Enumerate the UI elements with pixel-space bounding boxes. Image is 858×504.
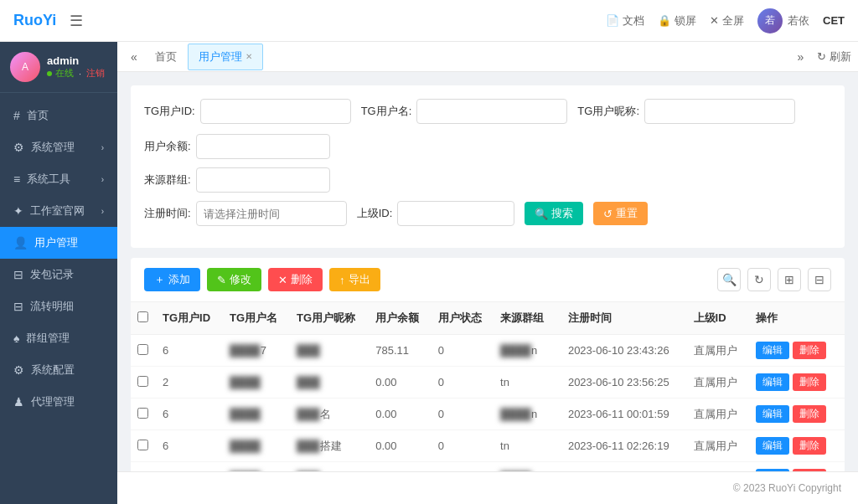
cell-reg-time: 2023-06-10 23:43:26 — [561, 335, 687, 367]
sidebar-item-config[interactable]: ⚙ 系统配置 — [0, 354, 117, 386]
cell-tg-name: ████ — [223, 399, 290, 430]
cell-id: 6 — [156, 462, 223, 472]
search-form: TG用户ID: TG用户名: TG用户昵称: 用户余额: — [131, 85, 845, 248]
main-layout: A admin 在线 · 注销 # 首页 ⚙ 系统管理 › — [0, 42, 858, 504]
sidebar-item-label: 发包记录 — [30, 267, 74, 282]
reg-time-label: 注册时间: — [144, 206, 191, 221]
sidebar-item-system[interactable]: ⚙ 系统管理 › — [0, 131, 117, 163]
tab-next-button[interactable]: » — [791, 50, 811, 64]
modify-button[interactable]: ✎ 修改 — [207, 268, 261, 291]
delete-row-button[interactable]: 删除 — [793, 437, 826, 455]
parent-id-input[interactable] — [397, 201, 514, 226]
sidebar-item-flow[interactable]: ⊟ 流转明细 — [0, 291, 117, 322]
parent-id-group: 上级ID: — [357, 201, 515, 226]
edit-row-button[interactable]: 编辑 — [756, 405, 789, 423]
sidebar-item-groups[interactable]: ♠ 群组管理 — [0, 322, 117, 354]
doc-link[interactable]: 📄 文档 — [606, 13, 644, 28]
search-button[interactable]: 🔍 搜索 — [525, 202, 583, 225]
sidebar-item-website[interactable]: ✦ 工作室官网 › — [0, 195, 117, 227]
search-icon: 🔍 — [535, 208, 548, 220]
data-table: TG用户ID TG用户名 TG用户昵称 用户余额 用户状态 来源群组 注册时间 … — [131, 302, 845, 471]
row-checkbox[interactable] — [137, 344, 148, 355]
cell-source: tn — [494, 367, 561, 399]
cell-balance: 0.00 — [369, 430, 431, 462]
cell-source: ████n — [494, 399, 561, 430]
fullscreen-link[interactable]: ✕ 全屏 — [710, 13, 744, 28]
table-container: TG用户ID TG用户名 TG用户昵称 用户余额 用户状态 来源群组 注册时间 … — [131, 302, 845, 471]
cell-id: 6 — [156, 335, 223, 367]
tab-user-management[interactable]: 用户管理 ✕ — [188, 44, 263, 70]
cell-action: 编辑删除 — [749, 430, 845, 462]
row-checkbox[interactable] — [137, 440, 148, 450]
col-parent: 上级ID — [687, 302, 749, 335]
cell-parent: 直属用户 — [687, 430, 749, 462]
delete-row-button[interactable]: 删除 — [793, 342, 826, 359]
content-area: « 首页 用户管理 ✕ » ↻ 刷新 TG用户ID: — [117, 42, 858, 504]
cell-reg-time: 2023-06-10 23:56:25 — [561, 367, 687, 399]
layout-button[interactable]: ⊟ — [808, 268, 831, 291]
tg-user-name-label: TG用户名: — [361, 104, 412, 119]
source-input[interactable] — [196, 167, 330, 193]
delete-row-button[interactable]: 删除 — [793, 373, 826, 391]
chevron-right-icon: › — [101, 207, 104, 216]
lock-icon: 🔒 — [658, 14, 671, 27]
balance-group: 用户余额: — [144, 134, 330, 159]
edit-row-button[interactable]: 编辑 — [756, 342, 789, 359]
trash-icon: ✕ — [278, 274, 287, 286]
row-checkbox[interactable] — [137, 408, 148, 419]
tg-user-name-input[interactable] — [416, 99, 567, 124]
avatar: 若 — [757, 8, 783, 33]
cell-status: 0 — [432, 399, 494, 430]
table-row: 6███████名0.000████n2023-06-11 00:01:59直属… — [131, 399, 845, 430]
tabs-bar: « 首页 用户管理 ✕ » ↻ 刷新 — [117, 42, 858, 72]
tg-user-id-input[interactable] — [200, 99, 351, 124]
balance-input[interactable] — [196, 134, 330, 159]
edit-row-button[interactable]: 编辑 — [756, 373, 789, 391]
cell-balance: 0.00 — [369, 462, 431, 472]
add-button[interactable]: ＋ 添加 — [144, 268, 200, 291]
row-checkbox[interactable] — [137, 376, 148, 387]
sidebar-user: A admin 在线 · 注销 — [0, 42, 117, 93]
lock-link[interactable]: 🔒 锁屏 — [658, 13, 696, 28]
close-icon[interactable]: ✕ — [246, 52, 252, 61]
reg-time-input[interactable] — [196, 201, 347, 226]
select-all-checkbox[interactable] — [137, 311, 148, 322]
user-menu[interactable]: 若 若依 — [757, 8, 809, 33]
toolbar: ＋ 添加 ✎ 修改 ✕ 删除 ↑ 导出 — [131, 258, 845, 302]
sidebar-item-label: 群组管理 — [26, 331, 70, 346]
sidebar-item-packages[interactable]: ⊟ 发包记录 — [0, 259, 117, 291]
sidebar-item-agents[interactable]: ♟ 代理管理 — [0, 386, 117, 418]
sidebar-item-users[interactable]: 👤 用户管理 — [0, 227, 117, 259]
tg-user-nickname-input[interactable] — [644, 99, 795, 124]
tab-home[interactable]: 首页 — [144, 44, 188, 70]
top-nav-right: 📄 文档 🔒 锁屏 ✕ 全屏 若 若依 CET — [606, 8, 845, 33]
fullscreen-icon: ✕ — [710, 14, 719, 27]
col-tg-user-id: TG用户ID — [156, 302, 223, 335]
plus-icon: ＋ — [154, 272, 165, 287]
col-status: 用户状态 — [432, 302, 494, 335]
sidebar-item-home[interactable]: # 首页 — [0, 100, 117, 131]
chevron-right-icon: › — [101, 175, 104, 184]
edit-icon: ✎ — [217, 274, 226, 286]
delete-row-button[interactable]: 删除 — [793, 405, 826, 423]
sidebar-item-tools[interactable]: ≡ 系统工具 › — [0, 163, 117, 195]
refresh-button[interactable]: ↻ 刷新 — [817, 49, 851, 64]
tab-prev-button[interactable]: « — [124, 50, 144, 64]
cell-parent: 直属用户 — [687, 367, 749, 399]
search-toggle-button[interactable]: 🔍 — [717, 268, 741, 291]
export-button[interactable]: ↑ 导出 — [329, 268, 380, 291]
refresh-table-button[interactable]: ↻ — [747, 268, 771, 291]
column-toggle-button[interactable]: ⊞ — [778, 268, 801, 291]
cell-id: 6 — [156, 430, 223, 462]
sidebar-item-label: 工作室官网 — [30, 203, 85, 219]
cell-action: 编辑删除 — [749, 335, 845, 367]
delete-button[interactable]: ✕ 删除 — [268, 268, 323, 291]
logout-button[interactable]: 注销 — [86, 67, 105, 80]
chevron-right-icon: › — [101, 143, 104, 152]
table-row: 6████7███785.110████n2023-06-10 23:43:26… — [131, 335, 845, 367]
avatar: A — [10, 52, 40, 82]
reset-button[interactable]: ↺ 重置 — [593, 202, 648, 225]
hamburger-icon[interactable]: ☰ — [70, 12, 83, 30]
edit-row-button[interactable]: 编辑 — [756, 437, 789, 455]
cell-tg-name: ████ — [223, 462, 290, 472]
